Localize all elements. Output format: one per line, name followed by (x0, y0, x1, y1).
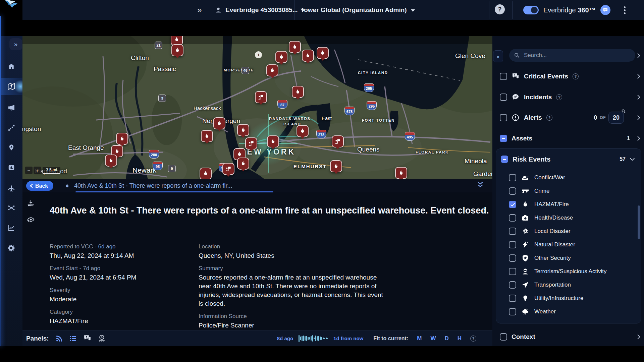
map-marker-fire[interactable] (275, 51, 287, 63)
timeline-start-label[interactable]: 8d ago (277, 336, 293, 341)
map-marker-fire[interactable] (201, 130, 213, 142)
alerts-checkbox[interactable] (500, 114, 507, 121)
sidebar-collapse-button[interactable]: » (493, 50, 503, 62)
category-checkbox[interactable] (509, 295, 516, 302)
category-checkbox[interactable] (509, 241, 516, 248)
alerts-row[interactable]: Alerts 0 OF 20 (492, 110, 644, 126)
map-marker-fire[interactable] (289, 41, 301, 53)
risk-category-terrorism[interactable]: Terrorism/Suspicious Activity (496, 265, 641, 278)
critical-events-chevron[interactable] (635, 73, 642, 80)
critical-events-row[interactable]: Critical Events (492, 68, 644, 84)
incidents-checkbox[interactable] (500, 94, 507, 101)
risk-category-natural-disaster[interactable]: Natural Disaster (496, 238, 641, 251)
watch-on-map-icon[interactable] (26, 215, 35, 224)
nav-locations[interactable] (0, 139, 22, 156)
risk-category-utility[interactable]: Utility/Infrastructure (496, 292, 641, 305)
event-tab[interactable]: 40th Ave & 10th St - There were reports … (64, 179, 232, 192)
back-button[interactable]: Back (26, 181, 53, 191)
rail-expand-button[interactable]: » (9, 38, 22, 50)
map-marker-fire[interactable] (292, 86, 304, 98)
fit-day-button[interactable]: D (444, 335, 448, 342)
organization-menu[interactable]: Tower Global (Organization Admin) (294, 0, 415, 20)
nav-dashboard[interactable] (0, 159, 22, 176)
nav-analytics[interactable] (0, 219, 22, 237)
context-chevron[interactable] (635, 334, 642, 340)
map-marker-fire[interactable] (116, 133, 128, 145)
risk-category-other-security[interactable]: Other Security (496, 251, 641, 265)
risk-events-collapse-chevron[interactable] (629, 156, 636, 163)
assets-checkbox[interactable] (500, 135, 507, 142)
critical-events-checkbox[interactable] (500, 73, 507, 80)
incidents-chevron[interactable] (635, 94, 642, 101)
timeline-end-label[interactable]: 1d from now (333, 336, 363, 341)
map-marker-report[interactable] (255, 91, 267, 103)
nav-connections[interactable] (0, 199, 22, 217)
map-marker-fire[interactable] (237, 158, 249, 170)
fit-week-button[interactable]: W (430, 335, 436, 342)
incidents-help-icon[interactable] (556, 94, 562, 100)
search-input[interactable] (523, 52, 617, 59)
rss-feed-panel-button[interactable] (55, 335, 63, 343)
timeline-panel-button[interactable] (98, 334, 106, 343)
elevation-drop-icon[interactable] (26, 199, 35, 208)
map-marker-fire[interactable] (237, 124, 249, 136)
risk-category-transportation[interactable]: Transportation (496, 278, 641, 292)
list-panel-button[interactable] (69, 335, 77, 343)
alerts-chevron[interactable] (635, 114, 642, 121)
help-button[interactable]: ? (495, 4, 506, 24)
map-canvas[interactable]: Clifton Passaic MORSEMERE Hackensack Nor… (22, 36, 492, 179)
map-marker-fire[interactable] (213, 117, 225, 129)
map-marker-report[interactable] (245, 137, 257, 149)
category-checkbox[interactable] (509, 174, 516, 181)
category-checkbox[interactable] (509, 187, 516, 195)
panel-collapse-button[interactable] (477, 181, 484, 189)
map-marker-report[interactable] (222, 163, 234, 175)
context-row[interactable]: Context (492, 329, 644, 345)
nav-travel-routes[interactable] (0, 119, 22, 136)
risk-category-hazmat-fire[interactable]: HAZMAT/Fire (496, 198, 641, 211)
category-checkbox-checked[interactable] (509, 201, 516, 208)
sidebar-search[interactable] (509, 49, 635, 62)
zoom-in-button[interactable]: + (34, 167, 41, 174)
map-marker-fire[interactable] (330, 160, 342, 172)
chat-bubble-icon[interactable] (600, 5, 610, 15)
map-marker-fire[interactable] (200, 168, 212, 179)
category-checkbox[interactable] (509, 281, 516, 289)
critical-events-help-icon[interactable] (573, 73, 579, 79)
nav-map[interactable] (0, 78, 22, 95)
account-menu[interactable]: Everbridge 453003085... (215, 0, 305, 20)
risk-events-checkbox[interactable] (501, 156, 508, 163)
category-checkbox[interactable] (509, 214, 516, 222)
context-checkbox[interactable] (500, 333, 507, 341)
nav-travel[interactable] (0, 179, 22, 197)
nav-communications[interactable] (0, 99, 22, 116)
map-marker-fire-selected[interactable] (267, 135, 279, 147)
category-checkbox[interactable] (509, 254, 516, 262)
fit-hour-button[interactable]: H (458, 335, 462, 342)
map-marker-fire[interactable] (297, 125, 309, 137)
everbridge-360-toggle[interactable] (523, 6, 539, 14)
alerts-help-icon[interactable] (546, 115, 552, 121)
topbar-collapse-icon[interactable]: » (197, 5, 202, 15)
risk-category-conflict-war[interactable]: Conflict/War (496, 171, 641, 184)
risk-category-local-disaster[interactable]: Local Disaster (496, 225, 641, 238)
map-marker-fire[interactable] (266, 64, 278, 76)
alerts-max-input[interactable]: 20 (608, 112, 624, 124)
nav-settings[interactable] (0, 239, 22, 257)
map-marker-fire[interactable] (302, 50, 314, 62)
fit-month-button[interactable]: M (417, 335, 422, 342)
assets-row[interactable]: Assets 1 (492, 130, 644, 146)
assets-chevron[interactable] (635, 135, 642, 142)
category-checkbox[interactable] (509, 308, 516, 315)
risk-list-scrollbar[interactable] (638, 205, 640, 239)
risk-events-header[interactable]: Risk Events 57 (496, 149, 641, 170)
timeline-histogram[interactable] (299, 334, 328, 343)
category-checkbox[interactable] (509, 228, 516, 235)
chat-panel-button[interactable] (83, 334, 92, 343)
everbridge-logo[interactable] (0, 0, 22, 20)
map-marker-fire[interactable] (105, 155, 117, 167)
search-expand-chevron[interactable] (635, 52, 642, 59)
nav-home[interactable] (0, 58, 22, 75)
kebab-menu-icon[interactable] (624, 6, 626, 14)
timeline-help-icon[interactable] (470, 336, 476, 342)
